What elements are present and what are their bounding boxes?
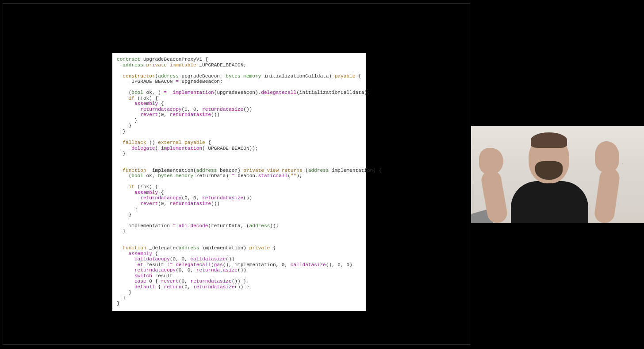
code-token: { [270,245,276,251]
code-snippet: contract UpgradeBeaconProxyV1 { address … [112,53,366,311]
code-token: private view returns [243,168,302,173]
code-token: { [152,251,158,256]
code-token: implementation [117,223,173,229]
code-token: returndatasize [190,279,231,284]
code-token: (!ok) { [134,184,158,190]
code-token: contract [117,57,140,62]
code-token: abi.decode [176,223,208,229]
code-token: (returnData, ( [208,223,249,229]
code-token: (0, [158,201,170,206]
code-token: ok, [143,173,158,178]
code-token: ()) [211,201,220,206]
code-token: calldatasize [291,262,326,268]
code-token: if [117,96,134,101]
presenter-torso [511,181,588,223]
code-token: ()) [238,268,246,273]
code-token: bytes memory [158,173,193,178]
code-token: bool [131,173,143,178]
code-token: (!ok) { [134,96,158,101]
code-token: ()) } [232,279,246,284]
presenter-arm-right [594,167,621,223]
code-token: ( [302,168,308,173]
code-token: returnData) [193,173,232,178]
code-token: revert [161,279,179,284]
code-token: private [249,245,270,251]
code-token: _delegate( [146,245,179,251]
code-token: (0, 0, [181,107,202,112]
code-token: address [196,168,217,173]
code-token: assembly [117,251,152,256]
presentation-frame: contract UpgradeBeaconProxyV1 { address … [3,3,470,345]
code-token: returndatasize [170,201,211,206]
code-token: (0, [181,284,193,290]
code-token: gas [214,262,223,268]
code-token: 0 { [146,279,161,284]
code-token: } [117,290,131,295]
code-token: returndatasize [196,268,238,273]
code-token: } [117,151,126,156]
code-token: (), implementation, 0, [223,262,291,268]
code-token: let [117,262,143,268]
code-token: result [152,273,173,279]
code-token: { [355,74,361,79]
code-token: returndatasize [202,107,243,112]
code-token: _implementation [158,146,202,151]
code-token: implementation) { [329,168,382,173]
code-token: address [158,74,179,79]
code-token: staticcall [258,173,288,178]
code-token: upgradeBeacon; [179,79,223,84]
code-token: { [155,284,164,290]
code-token: external payable [158,140,205,145]
code-token: (0, [179,279,191,284]
code-token: returndatacopy [117,107,181,112]
presenter-beard [535,161,563,180]
code-token: (0, 0, [170,256,191,262]
code-token: } [117,206,138,212]
code-token: ( [288,173,291,178]
code-token: switch [117,273,152,279]
presenter-hair [531,132,567,148]
code-token: ()) [226,256,234,262]
code-token: revert [117,112,158,117]
code-token: delegatecall [261,90,296,95]
code-token: )); [270,223,279,229]
code-token: beacon. [234,173,258,178]
code-token: return [164,284,182,290]
code-token: } [117,229,126,234]
code-token: (0, 0, [176,268,196,273]
code-token: returndatacopy [117,195,181,201]
code-token: implementation) [199,245,249,251]
code-token: (_UPGRADE_BEACON)); [202,146,258,151]
presenter-hand-left [479,148,503,174]
code-token: { [158,101,164,106]
code-token: function [117,168,146,173]
code-token: payable [335,74,356,79]
code-token: { [158,190,164,195]
code-token: bytes memory [226,74,261,79]
code-token: UpgradeBeaconProxyV1 { [140,57,208,62]
code-token: returndatasize [202,195,243,201]
code-token: private immutable [143,62,196,68]
code-token: initializationCalldata) [261,74,334,79]
code-token: (), 0, 0) [326,262,353,268]
code-token: ( [117,90,131,95]
code-token: := [167,262,172,268]
code-token: } [117,295,126,301]
wall-decoration: · | · [610,161,628,169]
code-token: _UPGRADE_BEACON; [196,62,246,68]
code-token: assembly [117,190,158,195]
code-token: constructor [117,74,155,79]
code-token: ( [117,173,131,178]
code-token: address [179,245,199,251]
code-token: ()) } [234,284,249,290]
code-token: calldatasize [190,256,226,262]
code-token: _UPGRADE_BEACON [117,79,176,84]
code-token: _delegate [117,146,155,151]
code-token: case [117,279,146,284]
code-token: beacon) [217,168,243,173]
code-token: (0, [158,112,170,117]
code-token: { [205,140,211,145]
code-token: function [117,245,146,251]
code-token: _implementation( [146,168,196,173]
code-token: address [117,62,143,68]
